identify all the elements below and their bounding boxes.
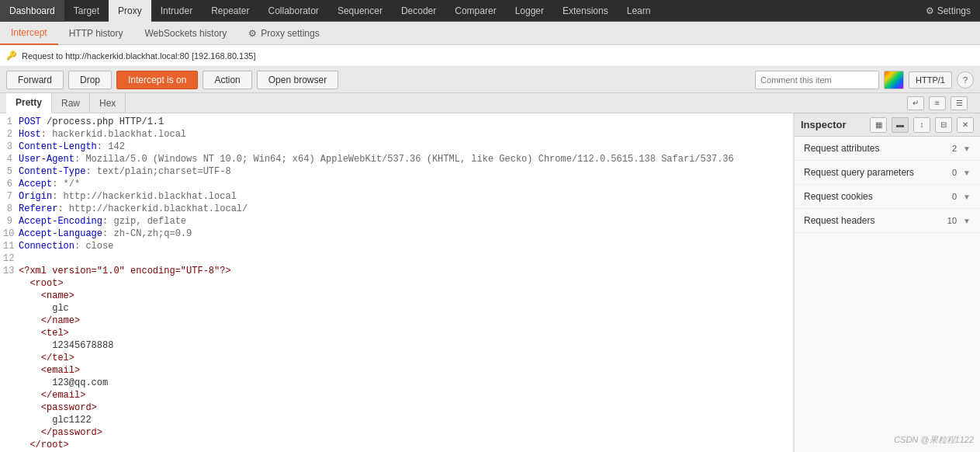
inspector-row[interactable]: Request query parameters0▼	[795, 161, 980, 185]
chevron-down-icon: ▼	[963, 217, 971, 225]
inspector-sort-btn[interactable]: ↕	[913, 117, 930, 133]
forward-button[interactable]: Forward	[6, 71, 64, 89]
top-nav: Dashboard Target Proxy Intruder Repeater…	[0, 0, 980, 22]
comment-input[interactable]	[755, 71, 879, 89]
inspector-filter-btn[interactable]: ⊟	[935, 117, 952, 133]
line-numbers-icon-btn[interactable]: ≡	[929, 96, 946, 110]
tab-pretty[interactable]: Pretty	[6, 93, 52, 113]
help-button[interactable]: ?	[957, 71, 974, 89]
inspector-title: Inspector	[801, 119, 865, 130]
proxy-settings-button[interactable]: ⚙ Proxy settings	[237, 28, 330, 39]
inspector-row[interactable]: Request cookies0▼	[795, 185, 980, 209]
proxy-settings-label: Proxy settings	[261, 28, 319, 39]
nav-item-collaborator[interactable]: Collaborator	[259, 0, 328, 22]
tab-hex[interactable]: Hex	[90, 93, 126, 113]
wrap-text-icon-btn[interactable]: ↵	[907, 96, 924, 110]
chevron-down-icon: ▼	[963, 144, 971, 153]
inspector-header: Inspector ▦ ▬ ↕ ⊟ ✕	[795, 113, 980, 137]
nav-item-repeater[interactable]: Repeater	[202, 0, 258, 22]
drop-button[interactable]: Drop	[68, 71, 112, 89]
tab-http-history[interactable]: HTTP history	[58, 22, 134, 45]
editor-section: Pretty Raw Hex ↵ ≡ ☰ 1POST /process.php …	[0, 93, 980, 452]
nav-item-decoder[interactable]: Decoder	[392, 0, 445, 22]
open-browser-button[interactable]: Open browser	[257, 71, 338, 89]
menu-icon-btn[interactable]: ☰	[951, 96, 968, 110]
nav-item-dashboard[interactable]: Dashboard	[0, 0, 64, 22]
http-version-button[interactable]: HTTP/1	[909, 71, 952, 89]
inspector-view-btn-2[interactable]: ▬	[892, 117, 909, 133]
nav-item-proxy[interactable]: Proxy	[109, 0, 151, 22]
inspector-rows: Request attributes2▼Request query parame…	[795, 137, 980, 233]
inspector-view-btn-1[interactable]: ▦	[870, 117, 887, 133]
nav-item-comparer[interactable]: Comparer	[445, 0, 505, 22]
inspector-panel: Inspector ▦ ▬ ↕ ⊟ ✕ Request attributes2▼…	[794, 113, 980, 452]
nav-item-target[interactable]: Target	[64, 0, 109, 22]
tab-websockets-history[interactable]: WebSockets history	[134, 22, 238, 45]
intercept-button[interactable]: Intercept is on	[116, 71, 198, 89]
gear-icon-proxy: ⚙	[248, 28, 257, 39]
code-editor[interactable]: 1POST /process.php HTTP/1.12Host: hacker…	[0, 113, 794, 452]
settings-button[interactable]: ⚙ Settings	[916, 5, 980, 16]
inspector-row[interactable]: Request headers10▼	[795, 209, 980, 233]
lock-icon: 🔑	[6, 50, 17, 61]
nav-item-sequencer[interactable]: Sequencer	[328, 0, 392, 22]
nav-item-intruder[interactable]: Intruder	[151, 0, 202, 22]
gear-icon: ⚙	[926, 5, 934, 16]
request-url: Request to http://hackerkid.blackhat.loc…	[22, 51, 255, 61]
settings-label: Settings	[937, 5, 971, 16]
nav-item-extensions[interactable]: Extensions	[553, 0, 618, 22]
nav-item-logger[interactable]: Logger	[506, 0, 553, 22]
inspector-row[interactable]: Request attributes2▼	[795, 137, 980, 161]
chevron-down-icon: ▼	[963, 169, 971, 177]
toolbar: Forward Drop Intercept is on Action Open…	[0, 67, 980, 93]
request-info-bar: 🔑 Request to http://hackerkid.blackhat.l…	[0, 45, 980, 67]
chevron-down-icon: ▼	[963, 193, 971, 201]
tab-raw[interactable]: Raw	[52, 93, 90, 113]
inspector-close-btn[interactable]: ✕	[957, 117, 974, 133]
editor-inspector-wrapper: 1POST /process.php HTTP/1.12Host: hacker…	[0, 113, 980, 452]
editor-tabs-bar: Pretty Raw Hex ↵ ≡ ☰	[0, 93, 980, 113]
watermark: CSDN @果粒程1122	[894, 434, 974, 446]
second-nav: Intercept HTTP history WebSockets histor…	[0, 22, 980, 45]
nav-item-learn[interactable]: Learn	[618, 0, 660, 22]
tab-intercept[interactable]: Intercept	[0, 22, 58, 45]
action-button[interactable]: Action	[203, 71, 251, 89]
color-picker-button[interactable]	[884, 71, 904, 89]
